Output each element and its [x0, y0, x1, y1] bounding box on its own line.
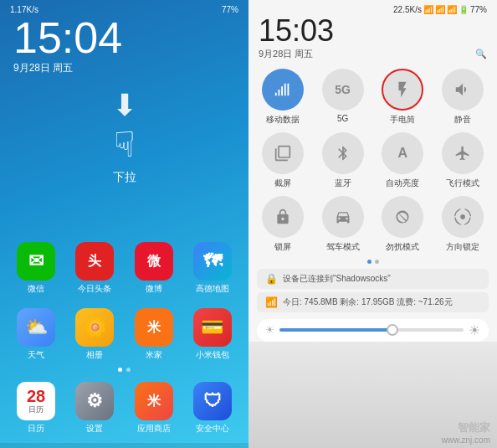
toggle-screenshot[interactable]: 截屏	[257, 132, 309, 189]
app-mijia-label: 米家	[146, 349, 162, 361]
app-weibo[interactable]: 微 微博	[128, 242, 180, 295]
app-appstore-label: 应用商店	[137, 423, 171, 435]
arrow-down-icon: ⬇	[112, 90, 137, 121]
auto-brightness-btn[interactable]: A	[382, 132, 423, 174]
right-clock: 15:03	[248, 14, 497, 48]
app-security-label: 安全中心	[196, 423, 229, 435]
bluetooth-label: 蓝牙	[335, 178, 351, 189]
lockscreen-btn[interactable]	[262, 196, 304, 238]
slider-thumb[interactable]	[387, 324, 398, 336]
left-date: 9月28日 周五	[0, 61, 248, 82]
screenshot-btn[interactable]	[262, 132, 304, 174]
rotation-lock-label: 方向锁定	[446, 241, 479, 253]
watermark-brand: 智能家	[442, 420, 490, 435]
toggle-silent[interactable]: 静音	[437, 69, 489, 126]
app-security[interactable]: 🛡 安全中心	[187, 382, 238, 435]
app-toutiao-icon: 头	[75, 242, 114, 281]
rotation-lock-btn[interactable]	[442, 196, 484, 238]
app-settings-label: 设置	[86, 423, 103, 435]
drive-mode-label: 驾车模式	[326, 241, 360, 253]
right-dot-2	[375, 260, 379, 264]
app-photos[interactable]: 🌼 相册	[69, 308, 120, 361]
bluetooth-btn[interactable]	[322, 132, 364, 174]
brightness-min-icon: ☀	[265, 324, 274, 336]
auto-brightness-label: 自动亮度	[386, 178, 419, 189]
screenshot-label: 截屏	[274, 178, 291, 189]
silent-label: 静音	[454, 114, 471, 126]
watermark: 智能家 www.znj.com	[442, 420, 490, 445]
app-weibo-label: 微博	[146, 283, 162, 295]
toggle-lockscreen[interactable]: 锁屏	[257, 196, 309, 253]
app-mijia-icon: 米	[135, 308, 173, 347]
bottom-phone-area: 智能家 www.znj.com	[248, 342, 497, 448]
right-speed: 22.5K/s	[393, 5, 422, 14]
app-map-label: 高德地图	[196, 283, 229, 295]
toggle-flashlight[interactable]: 手电筒	[377, 69, 429, 126]
brightness-max-icon: ☀	[469, 322, 480, 338]
app-grid-row1: ✉ 微信 头 今日头条 微 微博 🗺 高德地图	[0, 235, 248, 301]
app-wallet-icon: 💳	[193, 308, 232, 347]
app-calendar-label: 日历	[28, 423, 44, 435]
search-icon[interactable]: 🔍	[475, 49, 487, 59]
left-clock: 15:04	[0, 14, 248, 61]
dot-1	[118, 368, 122, 372]
left-signal-battery: 77%	[222, 5, 238, 14]
data-text: 今日: 745.8MB 剩余: 17.95GB 流费: ~71.26元	[283, 296, 453, 308]
app-appstore-icon: 米	[135, 382, 173, 420]
app-weather[interactable]: ⛅ 天气	[10, 308, 62, 361]
app-weibo-icon: 微	[135, 242, 173, 281]
bottom-app-row: 28 日历 日历 ⚙ 设置 米 应用商店 🛡 安全中心	[0, 377, 248, 443]
5g-label: 5G	[337, 114, 348, 123]
toggles-row1: 移动数据 5G 5G 手电筒 静音	[248, 65, 497, 129]
drive-mode-btn[interactable]	[322, 196, 364, 238]
toggle-drive-mode[interactable]: 驾车模式	[317, 196, 369, 253]
page-dots	[0, 368, 248, 377]
toggle-mobile-data[interactable]: 移动数据	[257, 69, 309, 126]
app-grid-row2: ⛅ 天气 🌼 相册 米 米家 💳 小米钱包	[0, 301, 248, 368]
right-panel: 22.5K/s 📶 📶 📶 🔋 77% 15:03 9月28日 周五 🔍 移动数…	[248, 0, 497, 448]
silent-btn[interactable]	[442, 69, 484, 111]
info-row-vpn: 🔒 设备已连接到"Shadowsocks"	[257, 269, 489, 289]
5g-btn[interactable]: 5G	[322, 69, 364, 111]
right-dot-1	[367, 260, 371, 264]
app-calendar-icon: 28 日历	[17, 382, 55, 420]
info-row-data: 📶 今日: 745.8MB 剩余: 17.95GB 流费: ~71.26元	[257, 292, 489, 312]
toggle-airplane[interactable]: 飞行模式	[437, 132, 489, 189]
app-weather-icon: ⛅	[17, 308, 55, 347]
flashlight-btn[interactable]	[382, 69, 423, 111]
airplane-btn[interactable]	[442, 132, 484, 174]
app-map[interactable]: 🗺 高德地图	[187, 242, 238, 295]
mobile-data-label: 移动数据	[266, 114, 300, 126]
mobile-data-btn[interactable]	[262, 69, 304, 111]
toggles-row3: 锁屏 驾车模式 勿扰模式 方向锁定	[248, 193, 497, 256]
vpn-icon: 🔒	[265, 273, 278, 285]
toggle-dnd[interactable]: 勿扰模式	[377, 196, 429, 253]
app-settings-icon: ⚙	[75, 382, 114, 420]
app-photos-icon: 🌼	[75, 308, 114, 347]
app-wallet[interactable]: 💳 小米钱包	[187, 308, 238, 361]
toggle-5g[interactable]: 5G 5G	[317, 69, 369, 126]
brightness-slider[interactable]: ☀ ☀	[257, 319, 489, 342]
app-appstore[interactable]: 米 应用商店	[128, 382, 180, 435]
app-wechat-icon: ✉	[17, 242, 55, 281]
toggle-rotation-lock[interactable]: 方向锁定	[437, 196, 489, 253]
toggle-auto-brightness[interactable]: A 自动亮度	[377, 132, 429, 189]
app-toutiao[interactable]: 头 今日头条	[69, 242, 120, 295]
dnd-btn[interactable]	[382, 196, 423, 238]
left-status-bar: 1.17K/s 77%	[0, 0, 248, 14]
app-wechat-label: 微信	[28, 283, 44, 295]
right-date: 9月28日 周五 🔍	[248, 48, 497, 65]
app-calendar[interactable]: 28 日历 日历	[10, 382, 62, 435]
data-icon: 📶	[265, 296, 278, 308]
slider-fill	[279, 328, 390, 332]
right-page-dots	[248, 256, 497, 265]
info-section: 🔒 设备已连接到"Shadowsocks" 📶 今日: 745.8MB 剩余: …	[248, 265, 497, 319]
vpn-text: 设备已连接到"Shadowsocks"	[283, 273, 391, 285]
slider-track[interactable]	[279, 328, 464, 332]
app-mijia[interactable]: 米 米家	[128, 308, 180, 361]
right-signal-icons: 22.5K/s 📶 📶 📶 🔋 77%	[393, 5, 487, 14]
app-wechat[interactable]: ✉ 微信	[10, 242, 62, 295]
toggle-bluetooth[interactable]: 蓝牙	[317, 132, 369, 189]
app-settings[interactable]: ⚙ 设置	[69, 382, 120, 435]
flashlight-label: 手电筒	[390, 114, 415, 126]
